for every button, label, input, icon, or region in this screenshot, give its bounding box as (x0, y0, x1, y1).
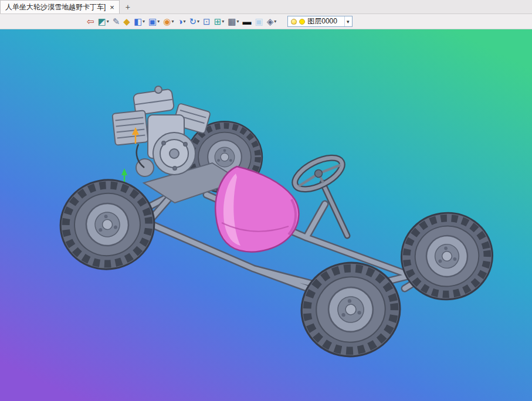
chevron-down-icon[interactable]: ▾ (107, 19, 109, 24)
app-window: 人单坐大轮沙漠雪地越野卡丁车] × + ⇦ ◩▾ ✎ ◆ ◧▾ ▣▾ ◉▾ ◑▾… (0, 0, 532, 401)
layer-display-button[interactable]: ◈▾ (265, 15, 279, 28)
wireframe-display-button[interactable]: ▣▾ (147, 15, 161, 28)
color-picker-button[interactable]: ✎ (111, 15, 122, 28)
viewport-button[interactable]: ⊡ (201, 15, 212, 28)
chevron-down-icon[interactable]: ▾ (171, 19, 174, 24)
grid-icon: ⊞ (214, 17, 222, 26)
starter-hub (170, 149, 179, 158)
chevron-down-icon[interactable]: ▾ (183, 19, 185, 24)
display-mode-icon: ◑ (177, 17, 182, 26)
screen-display-button[interactable]: ▦▾ (226, 15, 240, 28)
shaded-display-button[interactable]: ◧▾ (132, 15, 147, 28)
tab-bar: 人单坐大轮沙漠雪地越野卡丁车] × + (0, 0, 532, 14)
background-color-button[interactable]: ▣ (253, 15, 265, 28)
chevron-down-icon[interactable]: ▾ (236, 19, 239, 24)
layer-display-icon: ◈ (267, 17, 274, 26)
rotate-view-icon: ↻ (189, 17, 197, 26)
layer-color-swatch (299, 19, 305, 25)
cylinder-fins (112, 110, 148, 145)
bolt (184, 142, 187, 146)
3d-scene (0, 29, 532, 401)
chevron-down-icon[interactable]: ▾ (274, 19, 276, 24)
material-sphere-button[interactable]: ◉▾ (161, 15, 175, 28)
wireframe-display-icon: ▣ (148, 17, 157, 26)
new-tab-button[interactable]: + (120, 0, 136, 13)
document-tab[interactable]: 人单坐大轮沙漠雪地越野卡丁车] × (0, 0, 120, 13)
display-mode-button[interactable]: ◑▾ (175, 15, 187, 28)
shaded-display-icon: ◧ (134, 17, 142, 26)
layer-name: 图层0000 (307, 16, 342, 26)
chevron-down-icon[interactable]: ▾ (222, 19, 224, 24)
chevron-down-icon[interactable]: ▾ (157, 19, 160, 24)
render-tool-button[interactable]: ◆ (121, 15, 132, 28)
lightbulb-icon[interactable] (291, 19, 297, 25)
viewport-box-icon: ⊡ (203, 17, 211, 26)
bolt (162, 141, 165, 145)
camera-view-button[interactable]: ◩▾ (96, 15, 111, 28)
view-back-icon: ⇦ (87, 17, 94, 26)
grid-button[interactable]: ⊞▾ (212, 15, 226, 28)
chevron-down-icon[interactable]: ▾ (197, 19, 199, 24)
layer-dropdown[interactable]: 图层0000 ▾ (287, 16, 353, 27)
color-picker-icon: ✎ (113, 17, 120, 26)
view-back-button[interactable]: ⇦ (85, 15, 96, 28)
chevron-down-icon[interactable]: ▾ (143, 19, 145, 24)
camera-view-icon: ◩ (98, 17, 106, 26)
rotate-view-button[interactable]: ↻▾ (188, 15, 202, 28)
material-sphere-icon: ◉ (163, 17, 171, 26)
bolt (173, 166, 177, 170)
tab-title: 人单坐大轮沙漠雪地越野卡丁车] (5, 2, 106, 12)
close-icon[interactable]: × (110, 4, 114, 11)
render-tool-icon: ◆ (123, 17, 130, 26)
fuel-cap (155, 86, 162, 93)
line-width-button[interactable]: ▬ (240, 15, 253, 28)
line-width-icon: ▬ (242, 17, 251, 26)
main-toolbar: ⇦ ◩▾ ✎ ◆ ◧▾ ▣▾ ◉▾ ◑▾ ↻▾ ⊡ ⊞▾ ▦▾ ▬ ▣ ◈▾ 图… (0, 14, 532, 29)
background-color-icon: ▣ (255, 17, 263, 26)
3d-viewport[interactable] (0, 29, 532, 401)
screen-display-icon: ▦ (228, 17, 236, 26)
chevron-down-icon[interactable]: ▾ (344, 16, 351, 26)
